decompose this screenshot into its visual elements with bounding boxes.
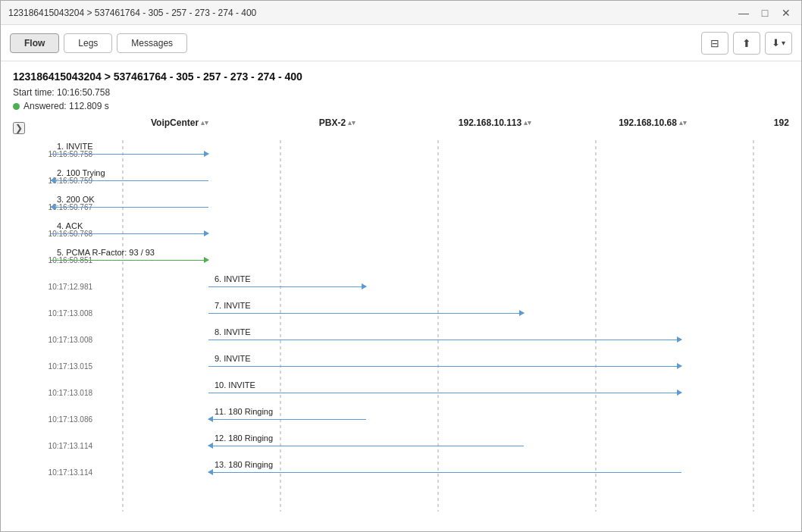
message-arrow: [208, 340, 681, 340]
message-label: 12. 180 Ringing: [215, 433, 273, 443]
message-row: 10:16:50.7592. 100 Trying: [28, 167, 789, 193]
message-row: 10:17:13.01810. INVITE: [28, 379, 789, 405]
tab-flow[interactable]: Flow: [10, 33, 59, 53]
share-button[interactable]: ⬆: [733, 32, 760, 55]
message-label: 13. 180 Ringing: [215, 460, 273, 469]
window-title: 123186415043204 > 537461764 - 305 - 257 …: [8, 8, 256, 18]
message-label: 3. 200 OK: [57, 195, 95, 204]
message-row: 10:17:13.0088. INVITE: [28, 326, 789, 352]
minimize-button[interactable]: —: [736, 5, 751, 20]
message-row: 10:16:50.7673. 200 OK: [28, 193, 789, 220]
col-header-ip1: 192.168.10.113 ▴▾: [456, 117, 534, 128]
message-row: 10:17:13.11413. 180 Ringing: [28, 458, 789, 485]
answered-dot: [13, 103, 20, 110]
message-label: 6. INVITE: [215, 274, 251, 283]
content-area: 123186415043204 > 537461764 - 305 - 257 …: [1, 61, 801, 531]
collapse-button[interactable]: ❯: [13, 122, 25, 134]
window-controls: — □ ✕: [736, 5, 794, 20]
sort-icon-1: ▴▾: [348, 119, 356, 127]
column-headers: VoipCenter ▴▾ PBX-2 ▴▾ 192.168.10.113 ▴▾…: [85, 117, 789, 140]
tab-group: Flow Legs Messages: [10, 33, 187, 53]
message-label: 10. INVITE: [215, 380, 255, 390]
message-arrow: [208, 366, 681, 367]
sort-icon-3: ▴▾: [679, 119, 687, 127]
message-time: 10:17:13.015: [28, 361, 92, 370]
message-row: 10:17:13.08611. 180 Ringing: [28, 405, 789, 432]
message-arrow: [208, 419, 366, 420]
flow-diagram: ❯ VoipCenter ▴▾ PBX-2 ▴▾ 192.168.10.113 …: [13, 117, 789, 522]
toolbar-actions: ⊟ ⬆ ⬇ ▾: [701, 32, 792, 55]
message-row: 10:17:12.9816. INVITE: [28, 273, 789, 299]
col-header-ip3: 192.168.10.123 ▴▾: [771, 117, 789, 128]
close-button[interactable]: ✕: [779, 5, 794, 20]
message-label: 7. INVITE: [215, 301, 251, 310]
share-icon: ⬆: [742, 37, 751, 49]
message-row: 10:16:50.7581. INVITE: [28, 140, 789, 167]
message-arrow: [208, 313, 524, 314]
download-chevron: ▾: [782, 39, 785, 47]
message-time: 10:17:13.008: [28, 335, 92, 343]
filter-icon: ⊟: [710, 37, 719, 49]
maximize-button[interactable]: □: [757, 5, 772, 20]
message-arrow: [51, 154, 208, 155]
tab-legs[interactable]: Legs: [64, 33, 112, 53]
message-label: 9. INVITE: [215, 354, 251, 363]
message-time: 10:17:12.981: [28, 282, 92, 290]
message-arrow: [208, 286, 366, 287]
tab-messages[interactable]: Messages: [117, 33, 187, 53]
filter-button[interactable]: ⊟: [701, 32, 728, 55]
title-bar: 123186415043204 > 537461764 - 305 - 257 …: [1, 1, 801, 25]
sort-icon-2: ▴▾: [524, 119, 531, 127]
message-label: 2. 100 Trying: [57, 168, 105, 177]
message-arrow: [208, 472, 681, 473]
message-time: 10:17:13.114: [28, 441, 92, 449]
message-label: 5. PCMA R-Factor: 93 / 93: [57, 248, 155, 257]
message-arrow: [51, 233, 208, 234]
start-time: Start time: 10:16:50.758: [13, 87, 789, 98]
answered-status: Answered: 112.809 s: [13, 101, 789, 111]
message-arrow: [51, 180, 208, 181]
message-label: 11. 180 Ringing: [215, 407, 273, 416]
message-time: 10:17:13.008: [28, 308, 92, 317]
answered-label: Answered: 112.809 s: [23, 101, 109, 111]
message-row: 10:17:13.0087. INVITE: [28, 299, 789, 326]
col-header-voipcenter: VoipCenter ▴▾: [148, 117, 211, 128]
message-arrow: [208, 446, 524, 446]
download-icon: ⬇: [772, 37, 780, 49]
diagram-scroll-area[interactable]: 10:16:50.7581. INVITE10:16:50.7592. 100 …: [28, 140, 789, 522]
message-label: 1. INVITE: [57, 142, 93, 151]
message-row: 10:17:13.11412. 180 Ringing: [28, 432, 789, 458]
message-time: 10:17:13.114: [28, 468, 92, 476]
main-window: 123186415043204 > 537461764 - 305 - 257 …: [0, 0, 802, 532]
message-row: 10:16:50.8515. PCMA R-Factor: 93 / 93: [28, 246, 789, 273]
message-row: 10:17:13.0159. INVITE: [28, 352, 789, 379]
download-button[interactable]: ⬇ ▾: [765, 32, 792, 55]
message-label: 8. INVITE: [215, 327, 251, 336]
sort-icon-0: ▴▾: [201, 119, 208, 127]
message-arrow: [51, 207, 208, 208]
toolbar: Flow Legs Messages ⊟ ⬆ ⬇ ▾: [1, 25, 801, 61]
message-arrow: [51, 260, 208, 261]
col-header-ip2: 192.168.10.68 ▴▾: [616, 117, 690, 128]
message-time: 10:17:13.086: [28, 415, 92, 423]
message-row: 10:16:50.7684. ACK: [28, 220, 789, 246]
message-time: 10:17:13.018: [28, 388, 92, 396]
col-header-pbx2: PBX-2 ▴▾: [316, 117, 359, 128]
call-title: 123186415043204 > 537461764 - 305 - 257 …: [13, 70, 789, 83]
message-arrow: [208, 393, 681, 393]
message-label: 4. ACK: [57, 221, 83, 230]
